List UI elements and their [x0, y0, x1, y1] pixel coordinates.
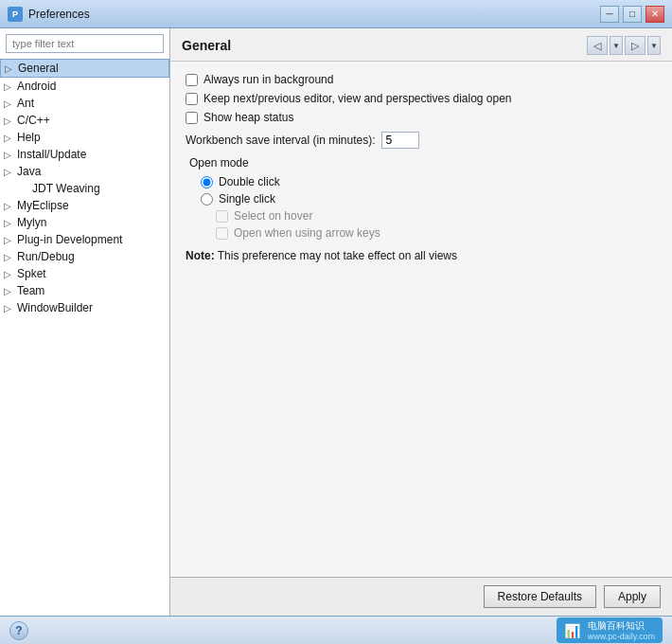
expand-arrow: ▷ [4, 269, 17, 279]
sidebar-item-label: General [18, 62, 59, 75]
sidebar-item-help[interactable]: ▷ Help [0, 129, 169, 146]
header-nav: ◁ ▼ ▷ ▼ [587, 36, 661, 55]
always-run-label: Always run in background [203, 73, 333, 86]
back-button[interactable]: ◁ [587, 36, 608, 55]
sidebar-item-ant[interactable]: ▷ Ant [0, 95, 169, 112]
minimize-button[interactable]: ─ [600, 6, 619, 23]
maximize-button[interactable]: □ [623, 6, 642, 23]
sidebar-item-general[interactable]: ▷ General [0, 59, 169, 78]
expand-arrow: ▷ [4, 303, 17, 313]
sidebar-item-run-debug[interactable]: ▷ Run/Debug [0, 248, 169, 265]
save-interval-input[interactable] [381, 132, 419, 149]
keep-editor-checkbox[interactable] [186, 93, 198, 105]
dialog-content: ▷ General ▷ Android ▷ Ant ▷ C/C++ ▷ Help [0, 28, 672, 616]
open-arrow-label: Open when using arrow keys [234, 226, 380, 240]
back-dropdown-button[interactable]: ▼ [610, 36, 623, 55]
select-hover-option: Select on hover [216, 209, 657, 223]
sidebar-item-label: Android [17, 80, 56, 93]
sidebar-item-label: C/C++ [17, 114, 50, 127]
sidebar-item-myeclipse[interactable]: ▷ MyEclipse [0, 197, 169, 214]
sidebar-item-label: Ant [17, 97, 34, 110]
sidebar-item-plugin-dev[interactable]: ▷ Plug-in Development [0, 231, 169, 248]
sidebar-item-spket[interactable]: ▷ Spket [0, 265, 169, 282]
expand-arrow: ▷ [4, 218, 17, 228]
window-title: Preferences [28, 8, 600, 21]
show-heap-label: Show heap status [203, 111, 293, 124]
main-container: ▷ General ▷ Android ▷ Ant ▷ C/C++ ▷ Help [0, 28, 672, 644]
sidebar-item-label: Mylyn [17, 216, 46, 229]
always-run-option: Always run in background [186, 73, 657, 86]
sidebar-item-cpp[interactable]: ▷ C/C++ [0, 112, 169, 129]
sidebar-item-mylyn[interactable]: ▷ Mylyn [0, 214, 169, 231]
titlebar: P Preferences ─ □ ✕ [0, 0, 672, 28]
content-panel: General ◁ ▼ ▷ ▼ Always run in background [170, 28, 672, 616]
expand-arrow: ▷ [4, 116, 17, 126]
sidebar-item-team[interactable]: ▷ Team [0, 282, 169, 299]
content-header: General ◁ ▼ ▷ ▼ [170, 28, 672, 62]
single-click-radio[interactable] [201, 193, 213, 206]
always-run-checkbox[interactable] [186, 74, 198, 86]
expand-arrow: ▷ [4, 81, 17, 92]
sidebar-item-java[interactable]: ▷ Java [0, 163, 169, 180]
content-title: General [182, 38, 231, 53]
apply-button[interactable]: Apply [604, 585, 661, 608]
open-mode-label: Open mode [186, 156, 657, 170]
forward-button[interactable]: ▷ [625, 36, 645, 55]
watermark-icon: 📊 [564, 623, 580, 638]
sidebar-item-label: Help [17, 131, 41, 144]
double-click-label: Double click [219, 175, 280, 188]
bottom-bar: Restore Defaults Apply [170, 577, 672, 616]
sidebar-item-label: MyEclipse [17, 199, 69, 212]
show-heap-checkbox[interactable] [186, 112, 198, 124]
sidebar-item-label: Spket [17, 267, 46, 280]
sidebar-item-label: Install/Update [17, 148, 86, 161]
expand-arrow: ▷ [4, 252, 17, 262]
open-mode-radio-group: Double click Single click [186, 175, 657, 206]
show-heap-option: Show heap status [186, 111, 657, 124]
open-arrow-checkbox[interactable] [216, 227, 228, 240]
sidebar-item-label: Team [17, 284, 44, 297]
window-controls: ─ □ ✕ [600, 6, 664, 23]
watermark-brand: 电脑百科知识 [588, 619, 655, 632]
expand-arrow: ▷ [4, 150, 17, 160]
sidebar-item-label: WindowBuilder [17, 301, 93, 314]
select-hover-checkbox[interactable] [216, 210, 228, 223]
app-icon: P [8, 7, 23, 22]
sidebar-item-label: Java [17, 165, 41, 178]
statusbar: ? 📊 电脑百科知识 www.pc-daily.com [0, 616, 672, 644]
save-interval-row: Workbench save interval (in minutes): [186, 132, 657, 149]
note-prefix: Note: [186, 249, 215, 262]
expand-arrow: ▷ [4, 98, 17, 109]
select-hover-label: Select on hover [234, 209, 312, 223]
note-text: This preference may not take effect on a… [215, 249, 457, 262]
close-button[interactable]: ✕ [645, 6, 664, 23]
save-interval-label: Workbench save interval (in minutes): [186, 134, 376, 147]
restore-defaults-button[interactable]: Restore Defaults [484, 585, 596, 608]
expand-arrow: ▷ [5, 63, 18, 74]
expand-arrow: ▷ [4, 235, 17, 245]
expand-arrow: ▷ [4, 133, 17, 143]
sidebar-item-install-update[interactable]: ▷ Install/Update [0, 146, 169, 163]
expand-arrow: ▷ [4, 167, 17, 177]
sidebar-item-android[interactable]: ▷ Android [0, 78, 169, 95]
keep-editor-label: Keep next/previous editor, view and pers… [203, 92, 512, 105]
open-arrow-option: Open when using arrow keys [216, 226, 657, 240]
double-click-radio[interactable] [201, 176, 213, 188]
expand-arrow: ▷ [4, 286, 17, 296]
keep-editor-option: Keep next/previous editor, view and pers… [186, 92, 657, 105]
watermark: 📊 电脑百科知识 www.pc-daily.com [557, 617, 663, 643]
forward-dropdown-button[interactable]: ▼ [647, 36, 661, 55]
content-body: Always run in background Keep next/previ… [170, 62, 672, 577]
sidebar-item-label: Plug-in Development [17, 233, 122, 246]
single-click-label: Single click [219, 192, 275, 206]
sidebar: ▷ General ▷ Android ▷ Ant ▷ C/C++ ▷ Help [0, 28, 170, 616]
help-button[interactable]: ? [9, 621, 28, 640]
watermark-url: www.pc-daily.com [588, 632, 655, 641]
sidebar-item-label: JDT Weaving [32, 182, 100, 195]
sidebar-item-windowbuilder[interactable]: ▷ WindowBuilder [0, 299, 169, 316]
note-row: Note: This preference may not take effec… [186, 249, 657, 262]
sidebar-item-label: Run/Debug [17, 250, 75, 263]
search-input[interactable] [6, 34, 164, 53]
single-click-option: Single click [201, 192, 657, 206]
sidebar-item-jdt-weaving[interactable]: JDT Weaving [0, 180, 169, 197]
